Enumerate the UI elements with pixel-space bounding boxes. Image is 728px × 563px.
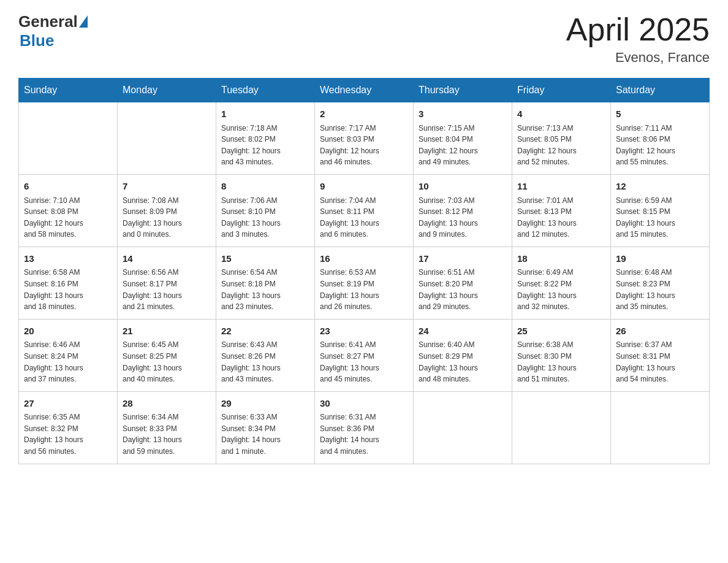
calendar-cell: 27Sunrise: 6:35 AM Sunset: 8:32 PM Dayli…	[19, 391, 118, 464]
day-info: Sunrise: 7:18 AM Sunset: 8:02 PM Dayligh…	[221, 123, 309, 168]
calendar-week-row: 20Sunrise: 6:46 AM Sunset: 8:24 PM Dayli…	[19, 319, 710, 391]
calendar-cell: 11Sunrise: 7:01 AM Sunset: 8:13 PM Dayli…	[512, 175, 611, 247]
day-info: Sunrise: 6:37 AM Sunset: 8:31 PM Dayligh…	[616, 339, 704, 385]
calendar-table: SundayMondayTuesdayWednesdayThursdayFrid…	[18, 78, 710, 464]
logo: General Blue	[18, 12, 88, 50]
day-info: Sunrise: 6:51 AM Sunset: 8:20 PM Dayligh…	[419, 267, 507, 312]
day-info: Sunrise: 7:15 AM Sunset: 8:04 PM Dayligh…	[419, 123, 507, 168]
day-info: Sunrise: 7:01 AM Sunset: 8:13 PM Dayligh…	[517, 195, 605, 240]
day-number: 11	[517, 180, 605, 194]
day-info: Sunrise: 7:17 AM Sunset: 8:03 PM Dayligh…	[320, 123, 408, 168]
day-number: 24	[419, 324, 507, 339]
logo-triangle-icon	[79, 15, 88, 28]
day-info: Sunrise: 6:58 AM Sunset: 8:16 PM Dayligh…	[24, 267, 112, 312]
calendar-cell: 30Sunrise: 6:31 AM Sunset: 8:36 PM Dayli…	[315, 391, 414, 464]
day-info: Sunrise: 6:48 AM Sunset: 8:23 PM Dayligh…	[616, 267, 704, 312]
calendar-cell: 22Sunrise: 6:43 AM Sunset: 8:26 PM Dayli…	[216, 319, 315, 391]
day-number: 6	[24, 180, 112, 194]
day-info: Sunrise: 6:49 AM Sunset: 8:22 PM Dayligh…	[517, 267, 605, 312]
day-number: 13	[24, 252, 112, 266]
calendar-cell	[512, 391, 611, 464]
day-number: 18	[517, 252, 605, 266]
day-of-week-header: Monday	[118, 79, 216, 102]
day-info: Sunrise: 6:46 AM Sunset: 8:24 PM Dayligh…	[24, 339, 112, 385]
day-of-week-header: Friday	[512, 79, 611, 102]
day-number: 20	[24, 324, 112, 339]
calendar-cell: 25Sunrise: 6:38 AM Sunset: 8:30 PM Dayli…	[512, 319, 611, 391]
day-number: 19	[616, 252, 704, 266]
day-number: 22	[221, 324, 309, 339]
day-number: 2	[320, 107, 408, 121]
day-of-week-header: Saturday	[611, 79, 710, 102]
day-info: Sunrise: 6:43 AM Sunset: 8:26 PM Dayligh…	[221, 339, 309, 385]
day-number: 4	[517, 107, 605, 121]
day-number: 26	[616, 324, 704, 339]
day-info: Sunrise: 6:59 AM Sunset: 8:15 PM Dayligh…	[616, 195, 704, 240]
day-info: Sunrise: 7:04 AM Sunset: 8:11 PM Dayligh…	[320, 195, 408, 240]
calendar-cell: 5Sunrise: 7:11 AM Sunset: 8:06 PM Daylig…	[611, 102, 710, 175]
calendar-cell: 13Sunrise: 6:58 AM Sunset: 8:16 PM Dayli…	[19, 247, 118, 319]
day-number: 17	[419, 252, 507, 266]
calendar-week-row: 1Sunrise: 7:18 AM Sunset: 8:02 PM Daylig…	[19, 102, 710, 175]
day-info: Sunrise: 7:10 AM Sunset: 8:08 PM Dayligh…	[24, 195, 112, 240]
day-info: Sunrise: 6:31 AM Sunset: 8:36 PM Dayligh…	[320, 412, 408, 457]
calendar-cell: 12Sunrise: 6:59 AM Sunset: 8:15 PM Dayli…	[611, 175, 710, 247]
title-block: April 2025 Evenos, France	[566, 12, 710, 66]
day-info: Sunrise: 6:40 AM Sunset: 8:29 PM Dayligh…	[419, 339, 507, 385]
calendar-cell: 26Sunrise: 6:37 AM Sunset: 8:31 PM Dayli…	[611, 319, 710, 391]
day-number: 7	[123, 180, 211, 194]
day-info: Sunrise: 6:34 AM Sunset: 8:33 PM Dayligh…	[123, 412, 211, 457]
day-number: 28	[123, 397, 211, 411]
calendar-cell: 29Sunrise: 6:33 AM Sunset: 8:34 PM Dayli…	[216, 391, 315, 464]
calendar-week-row: 27Sunrise: 6:35 AM Sunset: 8:32 PM Dayli…	[19, 391, 710, 464]
calendar-cell: 24Sunrise: 6:40 AM Sunset: 8:29 PM Dayli…	[414, 319, 512, 391]
day-info: Sunrise: 6:56 AM Sunset: 8:17 PM Dayligh…	[123, 267, 211, 312]
logo-general-text: General	[18, 12, 78, 31]
month-title: April 2025	[566, 12, 710, 47]
day-info: Sunrise: 6:45 AM Sunset: 8:25 PM Dayligh…	[123, 339, 211, 385]
day-info: Sunrise: 6:41 AM Sunset: 8:27 PM Dayligh…	[320, 339, 408, 385]
day-info: Sunrise: 7:13 AM Sunset: 8:05 PM Dayligh…	[517, 123, 605, 168]
calendar-header-row: SundayMondayTuesdayWednesdayThursdayFrid…	[19, 79, 710, 102]
calendar-cell: 10Sunrise: 7:03 AM Sunset: 8:12 PM Dayli…	[414, 175, 512, 247]
day-number: 1	[221, 107, 309, 121]
day-number: 23	[320, 324, 408, 339]
day-number: 29	[221, 397, 309, 411]
calendar-cell: 28Sunrise: 6:34 AM Sunset: 8:33 PM Dayli…	[118, 391, 216, 464]
calendar-cell: 19Sunrise: 6:48 AM Sunset: 8:23 PM Dayli…	[611, 247, 710, 319]
calendar-cell: 2Sunrise: 7:17 AM Sunset: 8:03 PM Daylig…	[315, 102, 414, 175]
calendar-cell: 3Sunrise: 7:15 AM Sunset: 8:04 PM Daylig…	[414, 102, 512, 175]
day-info: Sunrise: 7:03 AM Sunset: 8:12 PM Dayligh…	[419, 195, 507, 240]
day-info: Sunrise: 6:53 AM Sunset: 8:19 PM Dayligh…	[320, 267, 408, 312]
calendar-cell: 21Sunrise: 6:45 AM Sunset: 8:25 PM Dayli…	[118, 319, 216, 391]
calendar-week-row: 13Sunrise: 6:58 AM Sunset: 8:16 PM Dayli…	[19, 247, 710, 319]
day-of-week-header: Thursday	[414, 79, 512, 102]
day-info: Sunrise: 6:54 AM Sunset: 8:18 PM Dayligh…	[221, 267, 309, 312]
day-number: 14	[123, 252, 211, 266]
calendar-cell	[414, 391, 512, 464]
calendar-cell: 15Sunrise: 6:54 AM Sunset: 8:18 PM Dayli…	[216, 247, 315, 319]
day-number: 16	[320, 252, 408, 266]
calendar-cell: 17Sunrise: 6:51 AM Sunset: 8:20 PM Dayli…	[414, 247, 512, 319]
day-number: 25	[517, 324, 605, 339]
day-number: 21	[123, 324, 211, 339]
logo-blue-text: Blue	[20, 31, 54, 50]
calendar-cell: 9Sunrise: 7:04 AM Sunset: 8:11 PM Daylig…	[315, 175, 414, 247]
calendar-cell: 16Sunrise: 6:53 AM Sunset: 8:19 PM Dayli…	[315, 247, 414, 319]
day-number: 30	[320, 397, 408, 411]
calendar-cell	[118, 102, 216, 175]
day-info: Sunrise: 7:06 AM Sunset: 8:10 PM Dayligh…	[221, 195, 309, 240]
day-number: 15	[221, 252, 309, 266]
calendar-cell	[19, 102, 118, 175]
day-number: 3	[419, 107, 507, 121]
calendar-cell: 8Sunrise: 7:06 AM Sunset: 8:10 PM Daylig…	[216, 175, 315, 247]
day-of-week-header: Sunday	[19, 79, 118, 102]
day-info: Sunrise: 6:38 AM Sunset: 8:30 PM Dayligh…	[517, 339, 605, 385]
calendar-cell: 14Sunrise: 6:56 AM Sunset: 8:17 PM Dayli…	[118, 247, 216, 319]
calendar-cell: 23Sunrise: 6:41 AM Sunset: 8:27 PM Dayli…	[315, 319, 414, 391]
calendar-cell: 18Sunrise: 6:49 AM Sunset: 8:22 PM Dayli…	[512, 247, 611, 319]
day-number: 12	[616, 180, 704, 194]
location-title: Evenos, France	[566, 50, 710, 66]
day-of-week-header: Wednesday	[315, 79, 414, 102]
day-info: Sunrise: 7:11 AM Sunset: 8:06 PM Dayligh…	[616, 123, 704, 168]
